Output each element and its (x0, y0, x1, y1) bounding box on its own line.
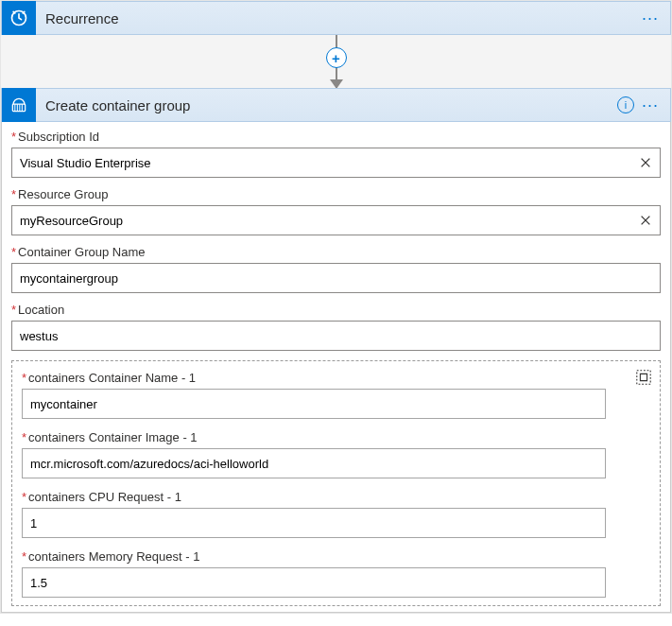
container-instance-icon (9, 96, 28, 114)
aci-icon (2, 88, 36, 122)
label-cpu-request: *containers CPU Request - 1 (22, 490, 650, 504)
recurrence-actions: ··· (640, 9, 670, 26)
field-resource-group: *Resource Group (11, 187, 661, 235)
resource-group-input[interactable] (11, 205, 661, 235)
label-container-image: *containers Container Image - 1 (22, 430, 650, 444)
input-wrap-cpu-request (22, 508, 606, 538)
field-cpu-request: *containers CPU Request - 1 (22, 490, 650, 538)
clear-subscription-button[interactable] (636, 153, 655, 172)
recurrence-menu-button[interactable]: ··· (640, 9, 661, 26)
label-location: *Location (11, 303, 661, 317)
close-icon (639, 156, 652, 169)
memory-request-input[interactable] (22, 567, 606, 598)
action-menu-button[interactable]: ··· (640, 96, 661, 113)
input-wrap-location (11, 321, 661, 351)
info-button[interactable]: i (617, 96, 634, 113)
recurrence-step-header[interactable]: Recurrence ··· (1, 1, 671, 35)
subscription-input[interactable] (11, 148, 661, 178)
cpu-request-input[interactable] (22, 508, 606, 538)
svg-rect-2 (637, 371, 650, 384)
field-container-group-name: *Container Group Name (11, 245, 661, 293)
input-wrap-memory-request (22, 567, 606, 598)
create-container-group-header[interactable]: Create container group i ··· (1, 88, 671, 122)
logic-app-designer: Recurrence ··· + Create container group … (0, 0, 672, 614)
container-image-input[interactable] (22, 448, 606, 478)
input-wrap-subscription (11, 148, 661, 178)
close-icon (639, 214, 652, 227)
location-input[interactable] (11, 321, 661, 351)
field-container-image: *containers Container Image - 1 (22, 430, 650, 478)
action-title: Create container group (36, 97, 617, 113)
input-wrap-container-group-name (11, 263, 661, 293)
info-icon: i (625, 99, 627, 111)
field-container-name: *containers Container Name - 1 (22, 371, 650, 419)
container-group-name-input[interactable] (11, 263, 661, 293)
recurrence-title: Recurrence (36, 10, 640, 26)
containers-subgroup: *containers Container Name - 1 *containe… (11, 360, 661, 606)
label-container-name: *containers Container Name - 1 (22, 371, 650, 385)
input-wrap-resource-group (11, 205, 661, 235)
action-header-actions: i ··· (617, 96, 670, 113)
label-container-group-name: *Container Group Name (11, 245, 661, 259)
container-name-input[interactable] (22, 389, 606, 419)
plus-icon: + (332, 50, 340, 66)
action-body: *Subscription Id *Resource Group *Contai… (1, 122, 671, 613)
connector: + (1, 35, 671, 88)
svg-rect-1 (12, 104, 25, 112)
add-step-button[interactable]: + (326, 47, 347, 68)
array-toggle-icon (635, 369, 652, 386)
input-wrap-container-image (22, 448, 606, 478)
label-resource-group: *Resource Group (11, 187, 661, 201)
field-memory-request: *containers Memory Request - 1 (22, 549, 650, 598)
recurrence-icon (2, 1, 36, 35)
input-wrap-container-name (22, 389, 606, 419)
label-subscription: *Subscription Id (11, 130, 661, 144)
field-location: *Location (11, 303, 661, 351)
clock-icon (9, 9, 28, 27)
switch-array-mode-button[interactable] (635, 369, 652, 386)
field-subscription: *Subscription Id (11, 130, 661, 178)
label-memory-request: *containers Memory Request - 1 (22, 549, 650, 564)
clear-resource-group-button[interactable] (636, 211, 655, 230)
